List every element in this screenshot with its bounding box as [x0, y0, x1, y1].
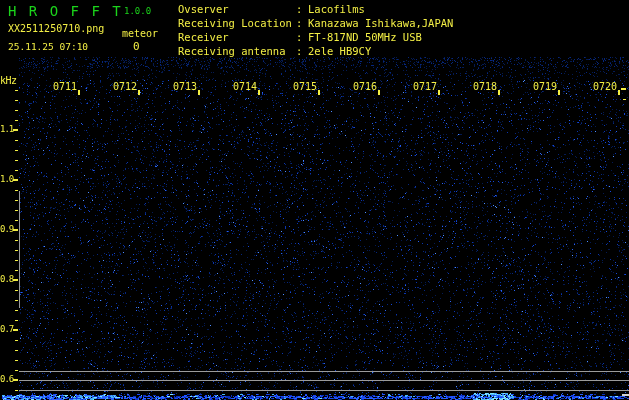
y-axis-minor-tick — [15, 120, 18, 121]
x-axis-time-label: 0716 — [353, 82, 377, 92]
y-axis-minor-tick — [15, 340, 18, 341]
x-axis-time-label: 0720 — [593, 82, 617, 92]
y-axis-major-tick — [13, 279, 18, 281]
y-axis-tick-label: 1.0 — [0, 174, 13, 185]
y-axis-minor-tick — [15, 190, 18, 191]
hrofft-window: H R O F F T 1.0.0 XX2511250710.png meteo… — [0, 0, 629, 400]
y-axis-minor-tick — [15, 240, 18, 241]
y-axis-unit-label: kHz — [0, 75, 17, 86]
y-axis-minor-tick — [15, 200, 18, 201]
y-axis-tick-label: 0.9 — [0, 224, 13, 235]
y-axis-minor-tick — [15, 210, 18, 211]
x-axis-time-label: 0711 — [53, 82, 77, 92]
echo-count: 0 — [133, 40, 140, 53]
x-axis-tick — [618, 90, 620, 95]
y-axis-minor-tick — [15, 150, 18, 151]
y-axis-minor-tick — [15, 390, 18, 391]
spectrogram-plot: 1.11.00.90.80.70.60711071207130714071507… — [0, 0, 629, 400]
timestamp: 25.11.25 07:10 — [8, 41, 88, 52]
x-axis-tick — [318, 90, 320, 95]
station-info-colon: : — [296, 16, 308, 30]
y-axis-minor-tick — [15, 160, 18, 161]
y-axis-tick-label: 0.8 — [0, 274, 13, 285]
station-info-value: Kanazawa Ishikawa,JAPAN — [308, 17, 453, 29]
y-axis-major-tick — [13, 329, 18, 331]
station-info-row: Ovserver:Lacofilms — [178, 2, 453, 16]
station-info-label: Receiving Location — [178, 16, 296, 30]
y-axis-tick-label: 0.7 — [0, 324, 13, 335]
y-axis-minor-tick — [15, 90, 18, 91]
x-axis-tick — [438, 90, 440, 95]
station-info: Ovserver:LacofilmsReceiving Location:Kan… — [178, 2, 453, 58]
mode-label: meteor — [122, 28, 158, 39]
y-axis-major-tick — [13, 129, 18, 131]
y-axis-major-tick — [13, 229, 18, 231]
station-info-label: Ovserver — [178, 2, 296, 16]
station-info-row: Receiving Location:Kanazawa Ishikawa,JAP… — [178, 16, 453, 30]
station-info-value: FT-817ND 50MHz USB — [308, 31, 422, 43]
y-axis-tick-label: 1.1 — [0, 124, 13, 135]
station-info-colon: : — [296, 44, 308, 58]
x-axis-time-label: 0718 — [473, 82, 497, 92]
x-axis-tick — [198, 90, 200, 95]
x-axis-edge-mark — [623, 99, 626, 100]
y-axis-minor-tick — [15, 250, 18, 251]
x-axis-tick — [78, 90, 80, 95]
y-axis-minor-tick — [15, 290, 18, 291]
x-axis-tick — [558, 90, 560, 95]
station-info-colon: : — [296, 30, 308, 44]
y-axis-minor-tick — [15, 100, 18, 101]
y-axis-minor-tick — [15, 270, 18, 271]
x-axis-tick — [258, 90, 260, 95]
station-info-value: Lacofilms — [308, 3, 365, 15]
app-title: H R O F F T — [8, 3, 123, 19]
station-info-label: Receiver — [178, 30, 296, 44]
y-axis-minor-tick — [15, 260, 18, 261]
y-axis-minor-tick — [15, 140, 18, 141]
app-version: 1.0.0 — [124, 6, 151, 16]
y-axis-minor-tick — [15, 170, 18, 171]
y-axis-major-tick — [13, 179, 18, 181]
y-axis-minor-tick — [15, 310, 18, 311]
y-axis-minor-tick — [15, 320, 18, 321]
x-axis-time-label: 0714 — [233, 82, 257, 92]
x-axis-time-label: 0715 — [293, 82, 317, 92]
y-axis-tick-label: 0.6 — [0, 374, 13, 385]
y-axis-minor-tick — [15, 110, 18, 111]
station-info-row: Receiver:FT-817ND 50MHz USB — [178, 30, 453, 44]
x-axis-tick — [378, 90, 380, 95]
output-filename: XX2511250710.png — [8, 23, 104, 34]
x-axis-tick — [498, 90, 500, 95]
station-info-row: Receiving antenna:2ele HB9CY — [178, 44, 453, 58]
y-axis-minor-tick — [15, 300, 18, 301]
y-axis-minor-tick — [15, 220, 18, 221]
y-axis-minor-tick — [15, 370, 18, 371]
station-info-label: Receiving antenna — [178, 44, 296, 58]
station-info-value: 2ele HB9CY — [308, 45, 371, 57]
y-axis-minor-tick — [15, 350, 18, 351]
y-axis-minor-tick — [15, 360, 18, 361]
x-axis-time-label: 0719 — [533, 82, 557, 92]
x-axis-time-label: 0712 — [113, 82, 137, 92]
x-axis-time-label: 0717 — [413, 82, 437, 92]
x-axis-tick — [138, 90, 140, 95]
x-axis-edge-mark — [621, 88, 626, 90]
x-axis-time-label: 0713 — [173, 82, 197, 92]
y-axis-major-tick — [13, 379, 18, 381]
station-info-colon: : — [296, 2, 308, 16]
